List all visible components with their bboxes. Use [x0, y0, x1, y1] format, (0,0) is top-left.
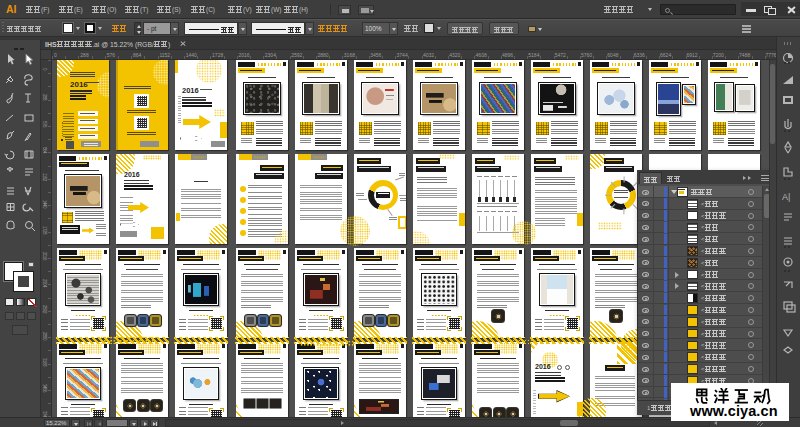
- svg-text:A|: A|: [782, 192, 790, 202]
